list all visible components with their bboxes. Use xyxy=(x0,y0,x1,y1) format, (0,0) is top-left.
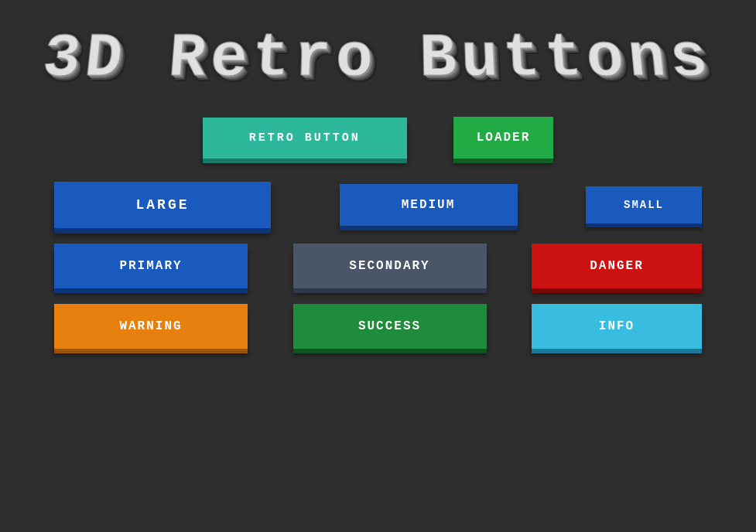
success-button[interactable]: SUCCESS xyxy=(293,304,487,349)
primary-button[interactable]: PRIMARY xyxy=(54,244,248,288)
page-title: 3D Retro Buttons xyxy=(39,24,717,94)
row-intro: RETRO BUTTON LOADER xyxy=(54,117,702,166)
retro-button[interactable]: RETRO BUTTON xyxy=(203,118,407,159)
info-button[interactable]: INFO xyxy=(532,304,702,349)
danger-button[interactable]: DANGER xyxy=(532,244,702,288)
medium-button[interactable]: MEDIUM xyxy=(340,184,518,226)
large-button[interactable]: LARGE xyxy=(54,182,271,228)
row-variants-1: PRIMARY SECONDARY DANGER xyxy=(54,244,702,288)
row-sizes: LARGE MEDIUM SMALL xyxy=(54,182,702,228)
loader-button[interactable]: LOADER xyxy=(453,117,554,159)
row-variants-2: WARNING SUCCESS INFO xyxy=(54,304,702,349)
main-content: RETRO BUTTON LOADER LARGE MEDIUM SMALL P… xyxy=(0,109,756,356)
title-section: 3D Retro Buttons xyxy=(0,0,756,109)
secondary-button[interactable]: SECONDARY xyxy=(293,244,487,288)
warning-button[interactable]: WARNING xyxy=(54,304,248,349)
small-button[interactable]: SMALL xyxy=(586,186,702,223)
